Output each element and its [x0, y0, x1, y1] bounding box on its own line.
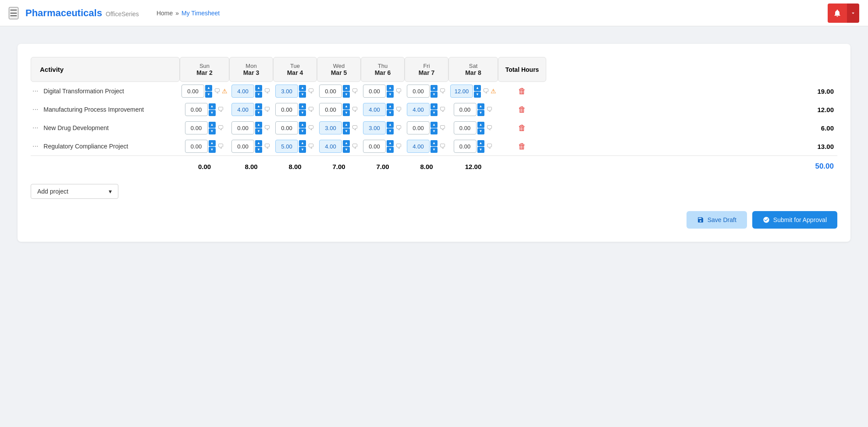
spin-down-button[interactable]: ▼ [387, 92, 394, 98]
delete-project-button[interactable]: 🗑 [516, 140, 528, 153]
spin-down-button[interactable]: ▼ [387, 147, 394, 153]
hour-input[interactable] [450, 85, 473, 98]
spin-down-button[interactable]: ▼ [209, 147, 216, 153]
spin-down-button[interactable]: ▼ [299, 128, 306, 134]
submit-approval-button[interactable]: Submit for Approval [752, 211, 837, 229]
comment-button[interactable]: 🗨 [217, 142, 224, 151]
spin-up-button[interactable]: ▲ [343, 103, 350, 109]
spin-up-button[interactable]: ▲ [255, 140, 262, 146]
spin-up-button[interactable]: ▲ [343, 140, 350, 146]
spin-down-button[interactable]: ▼ [430, 147, 438, 153]
spin-down-button[interactable]: ▼ [209, 110, 216, 116]
comment-button[interactable]: 🗨 [263, 105, 271, 114]
comment-button[interactable]: 🗨 [438, 142, 446, 151]
comment-button[interactable]: 🗨 [482, 87, 490, 95]
header-dropdown-button[interactable] [847, 4, 859, 23]
comment-button[interactable]: 🗨 [395, 105, 402, 114]
hour-input[interactable] [363, 103, 386, 116]
spin-down-button[interactable]: ▼ [255, 92, 262, 98]
spin-up-button[interactable]: ▲ [474, 85, 481, 91]
comment-button[interactable]: 🗨 [395, 142, 402, 151]
comment-button[interactable]: 🗨 [485, 142, 493, 151]
spin-up-button[interactable]: ▲ [255, 122, 262, 128]
notification-button[interactable] [828, 4, 847, 23]
comment-button[interactable]: 🗨 [351, 124, 359, 132]
hour-input[interactable] [185, 121, 208, 134]
hour-input[interactable] [363, 85, 386, 98]
nav-home-link[interactable]: Home [157, 10, 173, 17]
hour-input[interactable] [407, 121, 430, 134]
comment-button[interactable]: 🗨 [307, 105, 315, 114]
hour-input[interactable] [319, 103, 342, 116]
spin-down-button[interactable]: ▼ [343, 92, 350, 98]
spin-up-button[interactable]: ▲ [343, 85, 350, 91]
hour-input[interactable] [407, 85, 430, 98]
spin-down-button[interactable]: ▼ [209, 128, 216, 134]
spin-down-button[interactable]: ▼ [477, 128, 484, 134]
spin-up-button[interactable]: ▲ [299, 140, 306, 146]
hour-input[interactable] [407, 103, 430, 116]
comment-button[interactable]: 🗨 [217, 105, 224, 114]
spin-up-button[interactable]: ▲ [299, 103, 306, 109]
hour-input[interactable] [275, 85, 298, 98]
hour-input[interactable] [454, 121, 477, 134]
spin-up-button[interactable]: ▲ [387, 140, 394, 146]
project-options-button[interactable]: ··· [31, 141, 40, 151]
hour-input[interactable] [363, 140, 386, 153]
comment-button[interactable]: 🗨 [438, 105, 446, 114]
spin-down-button[interactable]: ▼ [477, 147, 484, 153]
spin-down-button[interactable]: ▼ [387, 128, 394, 134]
spin-up-button[interactable]: ▲ [255, 103, 262, 109]
spin-up-button[interactable]: ▲ [299, 85, 306, 91]
comment-button[interactable]: 🗨 [213, 87, 221, 95]
comment-button[interactable]: 🗨 [485, 105, 493, 114]
hour-input[interactable] [185, 140, 208, 153]
spin-down-button[interactable]: ▼ [343, 128, 350, 134]
comment-button[interactable]: 🗨 [351, 142, 359, 151]
comment-button[interactable]: 🗨 [217, 124, 224, 132]
comment-button[interactable]: 🗨 [263, 87, 271, 95]
comment-button[interactable]: 🗨 [263, 142, 271, 151]
spin-down-button[interactable]: ▼ [474, 92, 481, 98]
nav-current-link[interactable]: My Timesheet [181, 10, 220, 17]
spin-up-button[interactable]: ▲ [477, 122, 484, 128]
hour-input[interactable] [454, 140, 477, 153]
spin-up-button[interactable]: ▲ [477, 140, 484, 146]
spin-up-button[interactable]: ▲ [477, 103, 484, 109]
hour-input[interactable] [275, 121, 298, 134]
hour-input[interactable] [275, 140, 298, 153]
spin-down-button[interactable]: ▼ [430, 128, 438, 134]
comment-button[interactable]: 🗨 [263, 124, 271, 132]
spin-down-button[interactable]: ▼ [255, 128, 262, 134]
spin-down-button[interactable]: ▼ [299, 147, 306, 153]
hour-input[interactable] [181, 85, 204, 98]
spin-down-button[interactable]: ▼ [387, 110, 394, 116]
hour-input[interactable] [231, 85, 254, 98]
spin-up-button[interactable]: ▲ [430, 103, 438, 109]
hamburger-button[interactable]: ☰ [9, 7, 18, 19]
hour-input[interactable] [185, 103, 208, 116]
spin-down-button[interactable]: ▼ [477, 110, 484, 116]
project-options-button[interactable]: ··· [31, 123, 40, 133]
comment-button[interactable]: 🗨 [485, 124, 493, 132]
comment-button[interactable]: 🗨 [438, 87, 446, 95]
comment-button[interactable]: 🗨 [438, 124, 446, 132]
spin-up-button[interactable]: ▲ [430, 140, 438, 146]
delete-project-button[interactable]: 🗑 [516, 85, 528, 98]
spin-up-button[interactable]: ▲ [209, 122, 216, 128]
comment-button[interactable]: 🗨 [395, 87, 402, 95]
comment-button[interactable]: 🗨 [307, 124, 315, 132]
spin-down-button[interactable]: ▼ [205, 92, 212, 98]
comment-button[interactable]: 🗨 [351, 105, 359, 114]
hour-input[interactable] [275, 103, 298, 116]
spin-up-button[interactable]: ▲ [209, 140, 216, 146]
add-project-button[interactable]: Add project ▾ [31, 184, 118, 199]
project-options-button[interactable]: ··· [31, 86, 40, 96]
comment-button[interactable]: 🗨 [307, 87, 315, 95]
save-draft-button[interactable]: Save Draft [687, 211, 747, 229]
spin-down-button[interactable]: ▼ [343, 110, 350, 116]
comment-button[interactable]: 🗨 [395, 124, 402, 132]
hour-input[interactable] [454, 103, 477, 116]
spin-down-button[interactable]: ▼ [343, 147, 350, 153]
hour-input[interactable] [319, 121, 342, 134]
